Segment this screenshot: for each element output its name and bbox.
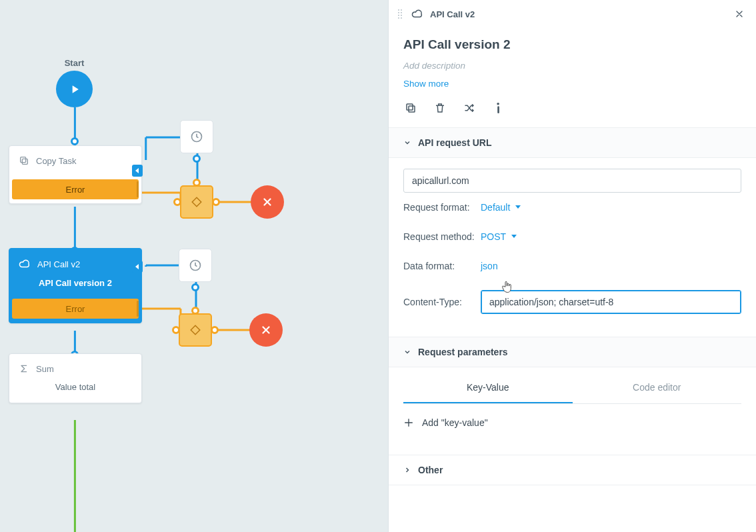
timer-node[interactable] — [179, 249, 212, 282]
error-port[interactable]: Error — [12, 299, 139, 319]
section-other[interactable]: Other — [389, 455, 756, 485]
svg-rect-18 — [22, 159, 27, 164]
request-format-select[interactable]: Default — [481, 202, 521, 213]
duplicate-button[interactable] — [403, 101, 418, 115]
chevron-left-icon — [135, 168, 140, 173]
node-copy-task[interactable]: Copy Task Error — [9, 145, 142, 204]
section-request-parameters[interactable]: Request parameters — [389, 337, 756, 367]
cloud-icon — [411, 8, 423, 20]
drag-handle-icon[interactable] — [398, 9, 405, 19]
svg-point-24 — [497, 102, 499, 105]
node-subtitle: Value total — [9, 382, 141, 403]
content-type-input[interactable] — [481, 290, 741, 314]
clock-icon — [190, 130, 203, 143]
diamond-icon — [191, 196, 203, 208]
timer-node[interactable] — [180, 120, 213, 153]
svg-rect-25 — [497, 106, 499, 113]
node-api-call[interactable]: API Call v2 API Call version 2 Error — [9, 248, 142, 323]
chevron-left-icon — [135, 264, 140, 269]
node-title: Copy Task — [36, 156, 76, 166]
svg-rect-22 — [409, 106, 415, 112]
plus-icon — [403, 417, 414, 428]
node-sum[interactable]: Sum Value total — [9, 353, 142, 403]
copy-icon — [405, 102, 417, 114]
node-subtitle: API Call version 2 — [9, 278, 141, 293]
condition-node[interactable] — [180, 185, 213, 219]
request-method-select[interactable]: POST — [481, 231, 517, 242]
tab-key-value[interactable]: Key-Value — [403, 373, 573, 403]
terminate-node[interactable] — [249, 313, 283, 347]
shuffle-icon — [463, 102, 476, 114]
tab-code-editor[interactable]: Code editor — [573, 373, 742, 403]
chevron-down-icon — [403, 348, 411, 356]
trash-icon — [434, 102, 446, 114]
copy-icon — [19, 155, 29, 166]
close-button[interactable] — [732, 7, 747, 21]
start-node[interactable] — [56, 71, 93, 107]
panel-header-title: API Call v2 — [430, 9, 475, 19]
properties-panel: API Call v2 API Call version 2 Add descr… — [388, 0, 756, 532]
svg-rect-19 — [21, 157, 26, 163]
cloud-icon — [19, 258, 31, 270]
panel-title: API Call version 2 — [403, 36, 741, 54]
chevron-down-icon — [403, 139, 411, 147]
error-port[interactable]: Error — [12, 179, 139, 199]
section-api-request-url[interactable]: API request URL — [389, 127, 756, 158]
data-format-select[interactable]: json — [481, 261, 498, 271]
api-url-input[interactable] — [403, 169, 741, 193]
request-method-label: Request method: — [403, 231, 481, 242]
delete-button[interactable] — [433, 101, 447, 115]
info-button[interactable] — [491, 101, 506, 115]
workflow-canvas[interactable]: Start Copy Task Error — [0, 0, 388, 532]
chevron-right-icon — [403, 466, 411, 474]
start-label: Start — [56, 58, 93, 68]
close-icon — [260, 324, 272, 336]
condition-node[interactable] — [179, 313, 212, 347]
node-title: Sum — [36, 364, 54, 374]
terminate-node[interactable] — [251, 185, 284, 219]
chevron-down-icon — [511, 235, 517, 238]
play-icon — [68, 83, 81, 96]
close-icon — [261, 196, 273, 208]
clock-icon — [189, 259, 202, 272]
add-key-value-button[interactable]: Add "key-value" — [403, 404, 741, 441]
info-icon — [495, 102, 502, 114]
data-format-label: Data format: — [403, 261, 481, 271]
close-icon — [734, 9, 745, 19]
content-type-label: Content-Type: — [403, 297, 481, 307]
diamond-icon — [189, 324, 201, 336]
chevron-down-icon — [515, 205, 521, 209]
node-title: API Call v2 — [37, 259, 80, 269]
sigma-icon — [19, 363, 29, 374]
request-format-label: Request format: — [403, 202, 481, 213]
svg-rect-23 — [407, 104, 413, 110]
description-placeholder[interactable]: Add description — [403, 61, 741, 71]
shuffle-button[interactable] — [462, 101, 477, 115]
show-more-link[interactable]: Show more — [403, 79, 741, 89]
